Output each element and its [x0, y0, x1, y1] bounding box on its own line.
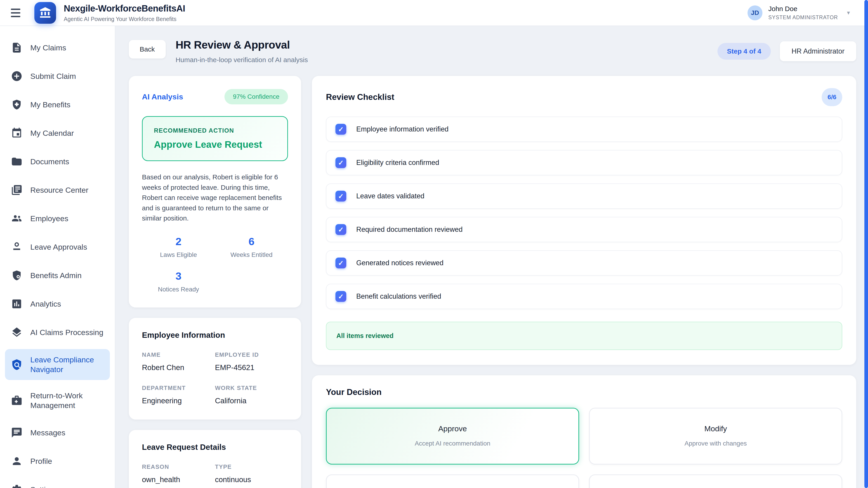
checklist-row[interactable]: ✓ Required documentation reviewed	[326, 217, 842, 242]
sidebar-item-label: AI Claims Processing	[30, 328, 103, 337]
library-icon	[11, 184, 23, 196]
checkbox-checked-icon[interactable]: ✓	[336, 157, 346, 168]
decision-option-modify[interactable]: Modify Approve with changes	[589, 408, 842, 464]
field-work-state: WORK STATE California	[215, 385, 288, 405]
field-label: EMPLOYEE ID	[215, 351, 288, 358]
sidebar-item-label: Documents	[30, 157, 69, 166]
medical-bag-icon	[11, 395, 23, 406]
sidebar-item-leave-approvals[interactable]: Leave Approvals	[5, 235, 110, 259]
checklist-row[interactable]: ✓ Eligibility criteria confirmed	[326, 150, 842, 175]
sidebar-item-label: My Benefits	[30, 100, 70, 109]
field-label: NAME	[142, 351, 215, 358]
sidebar-item-ai-claims-processing[interactable]: AI Claims Processing	[5, 321, 110, 344]
app-subtitle: Agentic AI Powering Your Workforce Benef…	[64, 16, 185, 22]
checklist-item-label: Leave dates validated	[356, 192, 425, 200]
page-title: HR Review & Approval	[176, 39, 308, 51]
stat-label: Laws Eligible	[142, 251, 215, 258]
all-items-reviewed-banner: All items reviewed	[326, 322, 842, 350]
field-type: TYPE continuous	[215, 463, 288, 484]
left-column: AI Analysis 97% Confidence RECOMMENDED A…	[129, 76, 301, 488]
decision-option-description: Approve with changes	[595, 440, 836, 447]
bank-building-icon	[39, 6, 52, 20]
sidebar: My Claims Submit Claim My Benefits My Ca…	[0, 26, 115, 488]
checklist-progress-badge: 6/6	[822, 88, 842, 106]
sidebar-item-label: Return-to-Work Management	[30, 391, 104, 410]
sidebar-item-label: Messages	[30, 428, 65, 437]
stat-label: Weeks Entitled	[215, 251, 288, 258]
sidebar-item-label: Leave Approvals	[30, 242, 87, 252]
sidebar-item-resource-center[interactable]: Resource Center	[5, 178, 110, 202]
sidebar-item-label: Analytics	[30, 299, 61, 309]
field-label: WORK STATE	[215, 385, 288, 392]
chat-icon	[11, 427, 23, 438]
gear-icon	[11, 484, 23, 488]
stat-label: Notices Ready	[142, 286, 215, 293]
review-checklist-card: Review Checklist 6/6 ✓ Employee informat…	[312, 76, 856, 365]
sidebar-item-label: Leave Compliance Navigator	[30, 355, 104, 374]
sidebar-item-label: Profile	[30, 456, 52, 466]
sidebar-item-return-to-work[interactable]: Return-to-Work Management	[5, 385, 110, 416]
field-employee-id: EMPLOYEE ID EMP-45621	[215, 351, 288, 372]
field-label: REASON	[142, 463, 215, 470]
page-title-block: HR Review & Approval Human-in-the-loop v…	[176, 39, 308, 64]
sidebar-item-submit-claim[interactable]: Submit Claim	[5, 64, 110, 88]
page-header: Back HR Review & Approval Human-in-the-l…	[129, 39, 856, 64]
back-button[interactable]: Back	[129, 40, 166, 59]
field-department: DEPARTMENT Engineering	[142, 385, 215, 405]
field-name: NAME Robert Chen	[142, 351, 215, 372]
hr-administrator-button[interactable]: HR Administrator	[780, 41, 856, 61]
sidebar-item-profile[interactable]: Profile	[5, 449, 110, 473]
sidebar-item-my-calendar[interactable]: My Calendar	[5, 121, 110, 145]
sidebar-item-label: Benefits Admin	[30, 271, 82, 281]
calendar-icon	[11, 127, 23, 139]
user-name: John Doe	[768, 5, 838, 13]
sidebar-item-employees[interactable]: Employees	[5, 207, 110, 230]
person-icon	[11, 455, 23, 467]
checkbox-checked-icon[interactable]: ✓	[336, 258, 346, 268]
ai-analysis-label: AI Analysis	[142, 92, 183, 101]
stat-value: 2	[142, 235, 215, 248]
hamburger-menu-icon[interactable]	[11, 6, 25, 20]
checklist-item-label: Benefit calculations verified	[356, 292, 441, 300]
employee-information-title: Employee Information	[142, 330, 288, 339]
decision-option-reject[interactable]: Reject Deny the request	[589, 475, 842, 488]
checklist-row[interactable]: ✓ Benefit calculations verified	[326, 284, 842, 309]
sidebar-item-benefits-admin[interactable]: Benefits Admin	[5, 264, 110, 287]
your-decision-title: Your Decision	[326, 387, 842, 397]
checklist-row[interactable]: ✓ Generated notices reviewed	[326, 250, 842, 275]
leave-request-details-title: Leave Request Details	[142, 443, 288, 452]
field-value: California	[215, 396, 288, 405]
recommended-action-box: RECOMMENDED ACTION Approve Leave Request	[142, 116, 288, 161]
sidebar-item-my-claims[interactable]: My Claims	[5, 36, 110, 59]
checkbox-checked-icon[interactable]: ✓	[336, 191, 346, 201]
checklist-item-label: Eligibility criteria confirmed	[356, 159, 439, 167]
checkbox-checked-icon[interactable]: ✓	[336, 291, 346, 302]
checklist-row[interactable]: ✓ Leave dates validated	[326, 184, 842, 209]
decision-option-approve[interactable]: Approve Accept AI recommendation	[326, 408, 579, 464]
user-menu[interactable]: JD John Doe SYSTEM ADMINISTRATOR ▾	[747, 5, 850, 21]
shield-cross-icon	[11, 99, 23, 110]
decision-option-escalate[interactable]: Escalate Needs manager review	[326, 475, 579, 488]
recommended-action-value: Approve Leave Request	[154, 139, 276, 150]
sidebar-item-label: Settings	[30, 485, 58, 488]
sidebar-item-my-benefits[interactable]: My Benefits	[5, 93, 110, 116]
sidebar-item-leave-compliance-navigator[interactable]: Leave Compliance Navigator	[5, 349, 110, 380]
field-value: own_health	[142, 475, 215, 484]
chevron-down-icon: ▾	[847, 9, 850, 16]
sidebar-item-analytics[interactable]: Analytics	[5, 292, 110, 316]
field-label: DEPARTMENT	[142, 385, 215, 392]
field-value: EMP-45621	[215, 363, 288, 372]
checkbox-checked-icon[interactable]: ✓	[336, 224, 346, 235]
sidebar-item-settings[interactable]: Settings	[5, 478, 110, 488]
ai-stats: 2 Laws Eligible 6 Weeks Entitled 3 Notic…	[142, 235, 288, 293]
vertical-scrollbar[interactable]	[864, 0, 868, 488]
shield-search-icon	[11, 359, 23, 370]
stat-value: 6	[215, 235, 288, 248]
checkbox-checked-icon[interactable]: ✓	[336, 124, 346, 135]
sidebar-item-messages[interactable]: Messages	[5, 421, 110, 445]
leave-request-details-card: Leave Request Details REASON own_health …	[129, 430, 301, 488]
app-title: Nexgile-WorkforceBenefitsAI	[64, 3, 185, 13]
checklist-row[interactable]: ✓ Employee information verified	[326, 117, 842, 142]
recommended-action-label: RECOMMENDED ACTION	[154, 127, 276, 134]
sidebar-item-documents[interactable]: Documents	[5, 150, 110, 173]
